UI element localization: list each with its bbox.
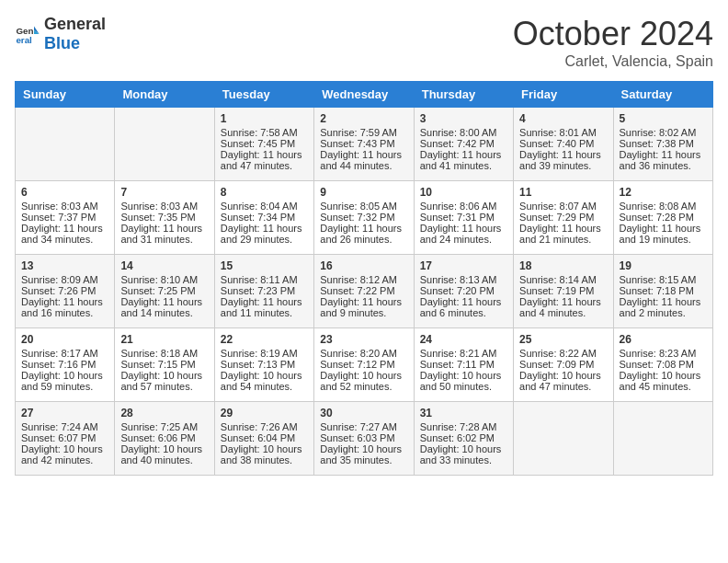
calendar-cell: 5Sunrise: 8:02 AMSunset: 7:38 PMDaylight… xyxy=(613,108,712,181)
calendar-week-row-0: 1Sunrise: 7:58 AMSunset: 7:45 PMDaylight… xyxy=(16,108,713,181)
daylight-text: Daylight: 10 hours and 52 minutes. xyxy=(320,370,407,392)
calendar-cell: 27Sunrise: 7:24 AMSunset: 6:07 PMDayligh… xyxy=(16,402,115,476)
day-number: 21 xyxy=(120,333,208,346)
daylight-text: Daylight: 10 hours and 59 minutes. xyxy=(21,370,108,392)
calendar-cell: 20Sunrise: 8:17 AMSunset: 7:16 PMDayligh… xyxy=(16,328,115,402)
sunrise-text: Sunrise: 8:15 AM xyxy=(620,274,707,285)
calendar-cell: 13Sunrise: 8:09 AMSunset: 7:26 PMDayligh… xyxy=(16,255,115,328)
sunset-text: Sunset: 7:16 PM xyxy=(21,359,108,370)
calendar-cell: 10Sunrise: 8:06 AMSunset: 7:31 PMDayligh… xyxy=(414,181,513,255)
sunrise-text: Sunrise: 8:00 AM xyxy=(420,127,507,138)
sunset-text: Sunset: 7:38 PM xyxy=(620,138,707,149)
daylight-text: Daylight: 10 hours and 57 minutes. xyxy=(120,370,208,392)
day-number: 31 xyxy=(420,407,507,419)
daylight-text: Daylight: 11 hours and 21 minutes. xyxy=(519,223,607,245)
daylight-text: Daylight: 10 hours and 40 minutes. xyxy=(120,443,208,465)
daylight-text: Daylight: 11 hours and 41 minutes. xyxy=(420,149,507,171)
day-number: 14 xyxy=(120,259,208,272)
sunset-text: Sunset: 7:32 PM xyxy=(320,212,407,223)
sunrise-text: Sunrise: 7:59 AM xyxy=(320,127,407,138)
day-number: 27 xyxy=(21,407,108,419)
logo-icon: Gen eral xyxy=(15,21,40,47)
sunrise-text: Sunrise: 8:18 AM xyxy=(120,348,208,359)
sunrise-text: Sunrise: 8:12 AM xyxy=(320,274,407,285)
sunrise-text: Sunrise: 8:05 AM xyxy=(320,201,407,212)
sunrise-text: Sunrise: 8:17 AM xyxy=(21,348,108,359)
sunset-text: Sunset: 7:22 PM xyxy=(320,285,407,296)
sunset-text: Sunset: 7:19 PM xyxy=(519,285,607,296)
title-area: October 2024 Carlet, Valencia, Spain xyxy=(513,15,713,70)
sunset-text: Sunset: 7:34 PM xyxy=(221,212,308,223)
sunset-text: Sunset: 7:28 PM xyxy=(620,212,707,223)
calendar-header-row: Sunday Monday Tuesday Wednesday Thursday… xyxy=(16,82,713,108)
day-number: 1 xyxy=(221,112,308,125)
sunset-text: Sunset: 7:23 PM xyxy=(221,285,308,296)
calendar-cell: 25Sunrise: 8:22 AMSunset: 7:09 PMDayligh… xyxy=(514,328,613,402)
calendar-cell: 21Sunrise: 8:18 AMSunset: 7:15 PMDayligh… xyxy=(115,328,214,402)
daylight-text: Daylight: 11 hours and 19 minutes. xyxy=(620,223,707,245)
sunrise-text: Sunrise: 7:28 AM xyxy=(420,421,507,432)
calendar-week-row-3: 20Sunrise: 8:17 AMSunset: 7:16 PMDayligh… xyxy=(16,328,713,402)
calendar-cell: 16Sunrise: 8:12 AMSunset: 7:22 PMDayligh… xyxy=(314,255,414,328)
daylight-text: Daylight: 11 hours and 44 minutes. xyxy=(320,149,407,171)
header-wednesday: Wednesday xyxy=(314,82,414,108)
calendar-cell: 1Sunrise: 7:58 AMSunset: 7:45 PMDaylight… xyxy=(214,108,313,181)
logo-general: General xyxy=(44,15,106,33)
day-number: 11 xyxy=(519,186,607,199)
logo-blue: Blue xyxy=(44,34,80,52)
sunset-text: Sunset: 6:02 PM xyxy=(420,432,507,443)
calendar-cell xyxy=(115,108,214,181)
sunrise-text: Sunrise: 7:24 AM xyxy=(21,421,108,432)
daylight-text: Daylight: 11 hours and 24 minutes. xyxy=(420,223,507,245)
header-saturday: Saturday xyxy=(613,82,712,108)
sunset-text: Sunset: 7:40 PM xyxy=(519,138,607,149)
sunrise-text: Sunrise: 8:06 AM xyxy=(420,201,507,212)
day-number: 24 xyxy=(420,333,507,346)
sunrise-text: Sunrise: 8:19 AM xyxy=(221,348,308,359)
day-number: 19 xyxy=(620,259,707,272)
sunset-text: Sunset: 7:31 PM xyxy=(420,212,507,223)
sunrise-text: Sunrise: 8:07 AM xyxy=(519,201,607,212)
daylight-text: Daylight: 11 hours and 6 minutes. xyxy=(420,296,507,318)
day-number: 16 xyxy=(320,259,407,272)
sunrise-text: Sunrise: 7:27 AM xyxy=(320,421,407,432)
daylight-text: Daylight: 10 hours and 42 minutes. xyxy=(21,443,108,465)
sunset-text: Sunset: 6:04 PM xyxy=(221,432,308,443)
day-number: 9 xyxy=(320,186,407,199)
sunset-text: Sunset: 7:08 PM xyxy=(620,359,707,370)
day-number: 29 xyxy=(221,407,308,419)
day-number: 28 xyxy=(120,407,208,419)
calendar-cell: 6Sunrise: 8:03 AMSunset: 7:37 PMDaylight… xyxy=(16,181,115,255)
calendar-cell: 19Sunrise: 8:15 AMSunset: 7:18 PMDayligh… xyxy=(613,255,712,328)
day-number: 22 xyxy=(221,333,308,346)
daylight-text: Daylight: 10 hours and 45 minutes. xyxy=(620,370,707,392)
sunrise-text: Sunrise: 8:02 AM xyxy=(620,127,707,138)
day-number: 25 xyxy=(519,333,607,346)
calendar-cell: 18Sunrise: 8:14 AMSunset: 7:19 PMDayligh… xyxy=(514,255,613,328)
day-number: 8 xyxy=(221,186,308,199)
sunrise-text: Sunrise: 8:03 AM xyxy=(120,201,208,212)
daylight-text: Daylight: 10 hours and 38 minutes. xyxy=(221,443,308,465)
calendar-cell: 9Sunrise: 8:05 AMSunset: 7:32 PMDaylight… xyxy=(314,181,414,255)
calendar-cell: 12Sunrise: 8:08 AMSunset: 7:28 PMDayligh… xyxy=(613,181,712,255)
daylight-text: Daylight: 11 hours and 39 minutes. xyxy=(519,149,607,171)
calendar-week-row-2: 13Sunrise: 8:09 AMSunset: 7:26 PMDayligh… xyxy=(16,255,713,328)
calendar-cell xyxy=(613,402,712,476)
sunrise-text: Sunrise: 8:23 AM xyxy=(620,348,707,359)
daylight-text: Daylight: 11 hours and 14 minutes. xyxy=(120,296,208,318)
sunset-text: Sunset: 7:43 PM xyxy=(320,138,407,149)
calendar-table: Sunday Monday Tuesday Wednesday Thursday… xyxy=(15,81,713,476)
daylight-text: Daylight: 11 hours and 34 minutes. xyxy=(21,223,108,245)
page-header: Gen eral General Blue October 2024 Carle… xyxy=(15,15,713,70)
day-number: 18 xyxy=(519,259,607,272)
sunrise-text: Sunrise: 8:09 AM xyxy=(21,274,108,285)
daylight-text: Daylight: 11 hours and 31 minutes. xyxy=(120,223,208,245)
calendar-cell: 24Sunrise: 8:21 AMSunset: 7:11 PMDayligh… xyxy=(414,328,513,402)
sunset-text: Sunset: 6:03 PM xyxy=(320,432,407,443)
calendar-cell: 11Sunrise: 8:07 AMSunset: 7:29 PMDayligh… xyxy=(514,181,613,255)
daylight-text: Daylight: 11 hours and 2 minutes. xyxy=(620,296,707,318)
sunrise-text: Sunrise: 7:58 AM xyxy=(221,127,308,138)
sunrise-text: Sunrise: 8:04 AM xyxy=(221,201,308,212)
day-number: 15 xyxy=(221,259,308,272)
day-number: 3 xyxy=(420,112,507,125)
